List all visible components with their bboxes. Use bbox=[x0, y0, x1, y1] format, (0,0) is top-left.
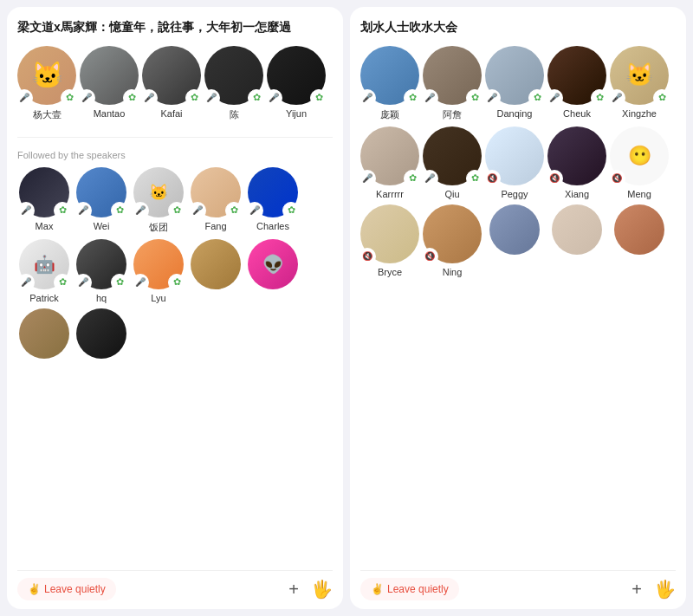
list-item[interactable]: ✿ 🎤 Max bbox=[17, 167, 71, 234]
user-name: Lyu bbox=[132, 293, 185, 303]
list-item[interactable]: 🔇 Ning bbox=[423, 204, 482, 277]
star-badge: ✿ bbox=[61, 89, 78, 107]
user-name: Cheuk bbox=[547, 108, 606, 119]
list-item[interactable] bbox=[189, 239, 243, 303]
list-item[interactable]: ✿ 🎤 Charles bbox=[246, 167, 300, 234]
list-item[interactable]: ✿ 🎤 阿詹 bbox=[423, 46, 482, 121]
user-name: 阿詹 bbox=[423, 108, 482, 121]
avatar-wrap: ✿ 🎤 bbox=[423, 126, 482, 185]
list-item[interactable] bbox=[547, 204, 606, 277]
list-item[interactable]: ✿ 🎤 Qiu bbox=[423, 126, 482, 199]
avatar-wrap: ✿ 🎤 bbox=[204, 46, 263, 105]
raise-hand-icon-right[interactable]: 🖐 bbox=[654, 579, 676, 600]
divider bbox=[17, 137, 333, 138]
avatar-wrap: ✿ 🎤 bbox=[76, 239, 126, 289]
user-name: Danqing bbox=[485, 108, 544, 119]
list-item[interactable]: ✿ 🎤 庞颖 bbox=[360, 46, 419, 121]
leave-quietly-button[interactable]: ✌️ Leave quietly bbox=[17, 578, 116, 600]
left-panel-title: 梁文道x馬家輝：憶童年，說往事，大年初一怎麼過 bbox=[17, 19, 333, 36]
user-name: 饭团 bbox=[132, 221, 185, 234]
list-item[interactable]: 😶 🔇 Meng bbox=[610, 126, 669, 199]
audience-grid: ✿ 🎤 Max ✿ 🎤 Wei 🐱 ✿ 🎤 饭团 ✿ bbox=[17, 167, 333, 362]
avatar-wrap bbox=[552, 204, 602, 255]
list-item[interactable] bbox=[610, 204, 669, 277]
list-item[interactable]: ✿ 🎤 hq bbox=[74, 239, 128, 303]
list-item[interactable]: ✿ 🎤 陈 bbox=[204, 46, 263, 121]
raise-hand-icon[interactable]: 🖐 bbox=[311, 579, 333, 600]
list-item[interactable]: ✿ 🎤 Cheuk bbox=[547, 46, 606, 121]
list-item[interactable]: ✿ 🎤 Mantao bbox=[80, 46, 139, 121]
avatar-wrap: 🐱 ✿ 🎤 bbox=[17, 46, 76, 105]
list-item[interactable] bbox=[17, 308, 71, 362]
user-name: Charles bbox=[246, 221, 300, 231]
plus-icon[interactable]: + bbox=[288, 580, 299, 600]
right-panel-footer: ✌️ Leave quietly + 🖐 bbox=[360, 570, 676, 600]
list-item[interactable]: ✿ 🎤 Yijun bbox=[267, 46, 326, 121]
leave-label-right: Leave quietly bbox=[387, 583, 449, 595]
star-badge: ✿ bbox=[168, 202, 185, 219]
list-item[interactable] bbox=[74, 308, 128, 362]
list-item[interactable]: ✿ 🎤 Kafai bbox=[142, 46, 201, 121]
avatar-wrap: ✿ 🎤 bbox=[485, 46, 544, 105]
mic-badge: 🎤 bbox=[359, 170, 376, 187]
avatar-wrap: ✿ 🎤 bbox=[360, 126, 419, 185]
avatar-wrap: ✿ 🎤 bbox=[191, 167, 241, 217]
avatar-wrap: ✿ 🎤 bbox=[133, 239, 184, 289]
list-item[interactable]: ✿ 🎤 Lyu bbox=[132, 239, 185, 303]
avatar-wrap bbox=[191, 239, 241, 289]
list-item[interactable]: 🐱 ✿ 🎤 饭团 bbox=[132, 167, 185, 234]
avatar-wrap bbox=[489, 204, 540, 255]
user-name: Peggy bbox=[485, 189, 544, 199]
user-name: Xingzhe bbox=[610, 108, 669, 119]
followed-label: Followed by the speakers bbox=[17, 150, 333, 160]
left-panel-footer: ✌️ Leave quietly + 🖐 bbox=[17, 570, 333, 600]
list-item[interactable]: ✿ 🎤 Karrrrr bbox=[360, 126, 419, 199]
star-badge: ✿ bbox=[54, 202, 71, 219]
plus-icon-right[interactable]: + bbox=[631, 580, 642, 600]
list-item[interactable] bbox=[485, 204, 544, 277]
mic-badge: 🎤 bbox=[421, 170, 438, 187]
mic-badge: 🔇 bbox=[421, 248, 438, 265]
avatar-wrap: 🔇 bbox=[360, 204, 419, 263]
leave-label: Leave quietly bbox=[44, 583, 106, 595]
right-speakers-grid: ✿ 🎤 庞颖 ✿ 🎤 阿詹 ✿ 🎤 Danqing ✿ bbox=[360, 46, 676, 277]
user-name: Xiang bbox=[547, 189, 606, 199]
avatar bbox=[614, 204, 664, 255]
user-name: Qiu bbox=[423, 189, 482, 199]
user-name: Bryce bbox=[360, 267, 419, 277]
list-item[interactable]: ✿ 🎤 Wei bbox=[74, 167, 128, 234]
list-item[interactable]: 🐱 ✿ 🎤 杨大壹 bbox=[17, 46, 76, 121]
avatar-wrap: 🔇 bbox=[485, 126, 544, 185]
avatar-wrap bbox=[614, 204, 664, 255]
avatar-wrap: 😶 🔇 bbox=[610, 126, 669, 185]
star-badge: ✿ bbox=[225, 202, 243, 219]
list-item[interactable]: 🐱 ✿ 🎤 Xingzhe bbox=[610, 46, 669, 121]
star-badge: ✿ bbox=[168, 274, 185, 291]
speakers-section: 🐱 ✿ 🎤 杨大壹 ✿ 🎤 Mantao ✿ bbox=[17, 46, 333, 128]
star-badge: ✿ bbox=[185, 89, 203, 107]
list-item[interactable]: ✿ 🎤 Danqing bbox=[485, 46, 544, 121]
leave-quietly-button-right[interactable]: ✌️ Leave quietly bbox=[360, 578, 459, 600]
leave-emoji: ✌️ bbox=[28, 583, 41, 595]
mic-badge: 🔇 bbox=[546, 170, 563, 187]
list-item[interactable]: 🔇 Xiang bbox=[547, 126, 606, 199]
avatar-wrap: ✿ 🎤 bbox=[142, 46, 201, 105]
footer-icons: + 🖐 bbox=[288, 579, 333, 600]
list-item[interactable]: ✿ 🎤 Fang bbox=[189, 167, 243, 234]
user-name: Meng bbox=[610, 189, 669, 199]
list-item[interactable]: 🤖 ✿ 🎤 Patrick bbox=[17, 239, 71, 303]
list-item[interactable]: 🔇 Peggy bbox=[485, 126, 544, 199]
star-badge: ✿ bbox=[123, 89, 140, 107]
avatar bbox=[191, 239, 241, 289]
user-name: Karrrrr bbox=[360, 189, 419, 199]
list-item[interactable]: 🔇 Bryce bbox=[360, 204, 419, 277]
user-name: Fang bbox=[189, 221, 243, 231]
avatar-wrap: ✿ 🎤 bbox=[547, 46, 606, 105]
mic-badge: 🎤 bbox=[74, 274, 92, 291]
mic-badge: 🎤 bbox=[17, 274, 35, 291]
mic-badge: 🎤 bbox=[608, 89, 625, 107]
star-badge: ✿ bbox=[404, 89, 421, 107]
star-badge: ✿ bbox=[111, 274, 128, 291]
avatar-wrap: ✿ 🎤 bbox=[248, 167, 298, 217]
list-item[interactable]: 👽 bbox=[246, 239, 300, 303]
